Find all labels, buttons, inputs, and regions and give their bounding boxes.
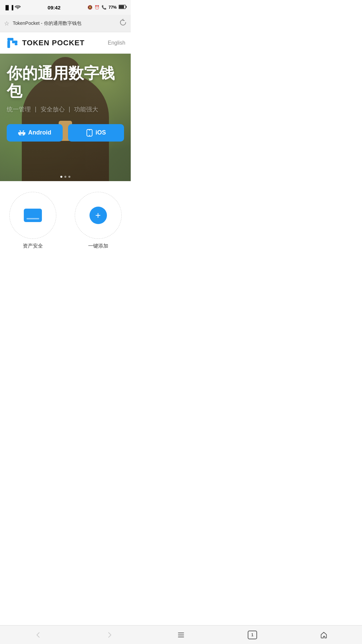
logo-container: TOKEN POCKET <box>5 36 84 50</box>
feature-label-security: 资产安全 <box>23 243 43 249</box>
dot-3 <box>68 176 70 178</box>
svg-rect-2 <box>119 5 124 8</box>
hero-buttons: Android iOS <box>7 124 124 142</box>
hero-title: 你的通用数字钱包 <box>7 64 124 100</box>
hero-subtitle: 统一管理 | 安全放心 | 功能强大 <box>7 105 124 113</box>
card-icon <box>24 209 42 222</box>
feature-label-add: 一键添加 <box>88 243 108 249</box>
alarm-icon: 🔕 <box>87 5 93 10</box>
dot-1 <box>60 176 62 178</box>
svg-rect-10 <box>18 132 19 135</box>
svg-rect-15 <box>89 130 90 130</box>
status-time: 09:42 <box>48 5 60 10</box>
logo-icon <box>5 36 19 50</box>
feature-item-add: + 一键添加 <box>71 192 125 249</box>
signal-wifi <box>15 5 21 10</box>
address-bar[interactable]: ☆ TokenPocket - 你的通用数字钱包 <box>0 15 131 32</box>
battery-icon <box>119 5 127 10</box>
svg-rect-7 <box>15 43 17 45</box>
bookmark-icon[interactable]: ☆ <box>4 20 9 27</box>
signal-4g: ▐▌▐ <box>4 5 13 10</box>
feature-circle-security <box>9 192 56 239</box>
hero-content: 你的通用数字钱包 统一管理 | 安全放心 | 功能强大 <box>0 54 131 181</box>
feature-item-security: 资产安全 <box>6 192 60 249</box>
status-bar: ▐▌▐ 09:42 🔕 ⏰ 📞 77% <box>0 0 131 15</box>
navbar: TOKEN POCKET English <box>0 32 131 54</box>
carousel-dots <box>60 176 70 178</box>
svg-rect-6 <box>12 41 17 43</box>
svg-rect-1 <box>126 6 127 8</box>
svg-rect-12 <box>21 134 22 136</box>
divider1: | <box>35 106 37 113</box>
hero-section: 你的通用数字钱包 统一管理 | 安全放心 | 功能强大 <box>0 54 131 181</box>
plus-icon: + <box>89 207 107 224</box>
svg-rect-11 <box>24 132 25 135</box>
svg-rect-13 <box>22 134 23 136</box>
svg-point-16 <box>89 135 90 136</box>
svg-rect-4 <box>7 38 13 41</box>
language-switch[interactable]: English <box>108 40 125 46</box>
features-section: 资产安全 + 一键添加 <box>0 181 131 256</box>
dot-2 <box>64 176 66 178</box>
status-right-icons: 🔕 ⏰ 📞 77% <box>87 5 127 10</box>
status-signal: ▐▌▐ <box>4 5 21 10</box>
android-btn-label: Android <box>28 129 51 136</box>
subtitle-part1: 统一管理 <box>7 105 31 113</box>
battery-percent: 77% <box>109 5 117 10</box>
phone-icon: 📞 <box>102 5 107 10</box>
subtitle-part3: 功能强大 <box>74 105 98 113</box>
svg-rect-5 <box>7 41 10 48</box>
clock-icon: ⏰ <box>95 5 100 10</box>
subtitle-part2: 安全放心 <box>41 105 65 113</box>
logo-text: TOKEN POCKET <box>22 39 84 47</box>
android-download-button[interactable]: Android <box>7 124 63 142</box>
ios-download-button[interactable]: iOS <box>68 124 124 142</box>
divider2: | <box>69 106 70 113</box>
reload-icon[interactable] <box>119 19 127 28</box>
url-text: TokenPocket - 你的通用数字钱包 <box>13 20 116 26</box>
feature-circle-add: + <box>75 192 122 239</box>
ios-btn-label: iOS <box>96 129 106 136</box>
